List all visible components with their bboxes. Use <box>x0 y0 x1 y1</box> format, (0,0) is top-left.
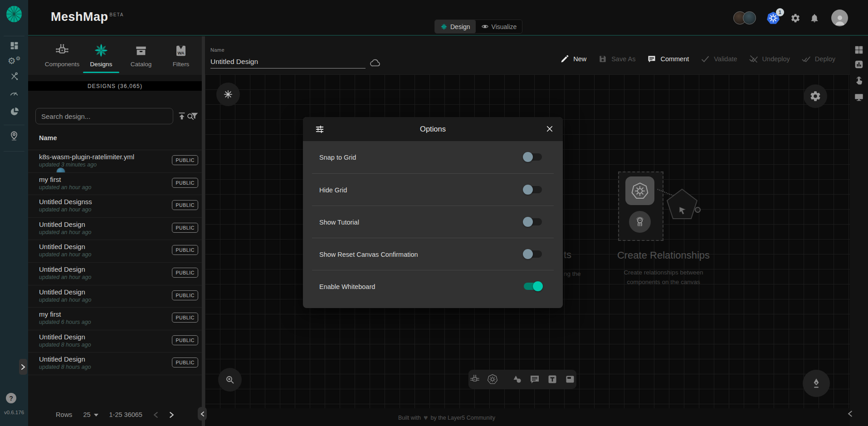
options-list: Snap to Grid Hide Grid Show Tutorial Sho… <box>312 141 554 302</box>
sidebar-item-lifecycle[interactable]: ⚙⚙ <box>0 56 28 65</box>
panel-grid-button[interactable] <box>854 45 864 55</box>
close-icon[interactable] <box>546 125 554 133</box>
layer5-logo[interactable] <box>0 5 28 23</box>
tab-catalog[interactable]: Catalog <box>120 39 162 73</box>
designs-pinwheel-icon <box>80 39 122 58</box>
previous-page-button[interactable] <box>153 411 158 418</box>
visibility-badge: PUBLIC <box>172 155 198 165</box>
sidebar-item-configuration[interactable] <box>0 72 28 81</box>
new-design-button[interactable]: New <box>560 54 586 64</box>
sidebar-item-meshmap[interactable] <box>0 130 28 142</box>
user-profile-avatar[interactable] <box>831 10 848 26</box>
toggle-snap-to-grid[interactable] <box>524 153 542 161</box>
next-page-button[interactable] <box>169 411 174 418</box>
dock-media-icon[interactable] <box>565 374 575 385</box>
save-as-button[interactable]: Save As <box>598 54 635 64</box>
hint-subtitle: Create relationships between components … <box>595 268 731 287</box>
dock-kubernetes-icon[interactable] <box>487 374 498 385</box>
canvas-context-button[interactable] <box>216 83 240 106</box>
canvas-options-button[interactable] <box>804 84 827 108</box>
zoom-in-button[interactable] <box>218 368 242 392</box>
visibility-badge: PUBLIC <box>172 357 198 367</box>
design-list-item[interactable]: Untitled Design updated an hour ago PUBL… <box>28 263 202 285</box>
comment-icon <box>647 54 656 64</box>
settings-gear-icon[interactable] <box>790 13 800 23</box>
gears-icon: ⚙⚙ <box>8 56 21 65</box>
toggle-show-reset-confirmation[interactable] <box>524 250 542 258</box>
beta-tag: BETA <box>110 12 124 17</box>
filter-funnel-button[interactable] <box>190 111 200 121</box>
visibility-badge: PUBLIC <box>172 178 198 188</box>
designs-list: k8s-wasm-plugin-ratelimiter.yml updated … <box>28 150 202 375</box>
footer-suffix: by the Layer5 Community <box>431 415 495 421</box>
sidebar-divider <box>4 36 24 36</box>
zoom-in-icon <box>224 374 235 385</box>
meshmap-app: MeshMapBETA Design Visualize <box>0 0 868 426</box>
mode-switch: Design Visualize <box>434 20 522 34</box>
toggle-hide-grid[interactable] <box>524 186 542 193</box>
design-list-item[interactable]: Untitled Design updated 8 hours ago PUBL… <box>28 353 202 375</box>
hint-mascot-node <box>629 211 651 233</box>
validate-label: Validate <box>714 55 737 63</box>
options-modal-header[interactable]: Options <box>303 117 563 141</box>
design-updated: updated 3 minutes ago <box>39 162 97 168</box>
display-panel-button[interactable] <box>854 92 864 102</box>
app-title: MeshMapBETA <box>51 10 124 24</box>
sidebar-item-dashboard[interactable] <box>0 41 28 50</box>
collaborator-avatar[interactable] <box>743 11 756 24</box>
design-list-item[interactable]: Untitled Design updated an hour ago PUBL… <box>28 240 202 263</box>
deploy-label: Deploy <box>815 55 835 63</box>
undeploy-button[interactable]: Undeploy <box>749 54 790 64</box>
dock-components-icon[interactable] <box>469 374 480 385</box>
options-modal: Options Snap to Grid Hide Grid Show Tuto… <box>303 117 563 308</box>
design-updated: updated an hour ago <box>39 297 91 303</box>
design-list-item[interactable]: k8s-wasm-plugin-ratelimiter.yml updated … <box>28 150 202 173</box>
toggle-enable-whiteboard[interactable] <box>524 283 542 290</box>
tab-design[interactable]: Design <box>435 20 476 33</box>
column-header-name[interactable]: Name <box>39 134 57 142</box>
toggle-show-tutorial[interactable] <box>524 218 542 225</box>
validate-button[interactable]: Validate <box>701 54 737 64</box>
import-design-button[interactable] <box>177 111 187 121</box>
tab-filters[interactable]: WA Filters <box>160 39 202 73</box>
collapse-right-drawer-button[interactable] <box>848 410 853 417</box>
design-list-item[interactable]: Untitled Design updated 8 hours ago PUBL… <box>28 330 202 353</box>
dock-comment-icon[interactable] <box>529 374 540 385</box>
floppy-save-icon <box>598 54 607 64</box>
tab-visualize[interactable]: Visualize <box>476 20 522 33</box>
chevron-down-icon <box>94 414 98 416</box>
design-list-item[interactable]: Untitled Design updated an hour ago PUBL… <box>28 285 202 308</box>
hint-pentagon-shape <box>665 187 699 221</box>
option-label: Show Reset Canvas Confirmation <box>319 251 418 258</box>
gear-icon <box>809 90 821 102</box>
design-actions: New Save As Comment Validate Undeploy De… <box>560 51 835 67</box>
sidebar-item-performance[interactable] <box>0 88 28 98</box>
analytics-panel-button[interactable] <box>854 59 864 69</box>
touch-interaction-button[interactable] <box>854 76 864 86</box>
notifications-bell-icon[interactable] <box>809 13 819 23</box>
dock-text-icon[interactable] <box>547 374 558 385</box>
collapse-left-drawer-button[interactable] <box>198 407 207 421</box>
panel-scrollbar[interactable] <box>202 36 205 426</box>
kubernetes-context-chip[interactable]: 1 <box>766 11 780 25</box>
help-button[interactable]: ? <box>6 393 16 403</box>
rows-per-page-select[interactable]: 25 <box>83 411 98 418</box>
expand-drawer-button[interactable] <box>19 359 27 375</box>
design-list-item[interactable]: my first updated an hour ago PUBLIC <box>28 173 202 196</box>
tab-components[interactable]: Components <box>41 39 83 73</box>
tab-designs[interactable]: Designs <box>80 39 122 73</box>
comment-button[interactable]: Comment <box>647 54 689 64</box>
sidebar-item-mesh-catalog[interactable] <box>0 107 28 117</box>
whiteboard-pen-button[interactable] <box>803 370 830 397</box>
app-header: MeshMapBETA Design Visualize <box>28 0 868 36</box>
dock-shapes-icon[interactable] <box>512 374 522 385</box>
design-name-input[interactable] <box>210 55 366 69</box>
design-name: my first <box>39 176 61 183</box>
design-list-item[interactable]: Untitled Designss updated an hour ago PU… <box>28 195 202 218</box>
search-input[interactable] <box>35 108 173 124</box>
app-version: v0.6.176 <box>0 410 28 415</box>
design-list-item[interactable]: my first updated 6 hours ago PUBLIC <box>28 308 202 330</box>
deploy-button[interactable]: Deploy <box>802 54 835 64</box>
canvas-footer: Built with ♥ by the Layer5 Community <box>205 408 850 426</box>
design-list-item[interactable]: Untitled Design updated an hour ago PUBL… <box>28 218 202 240</box>
